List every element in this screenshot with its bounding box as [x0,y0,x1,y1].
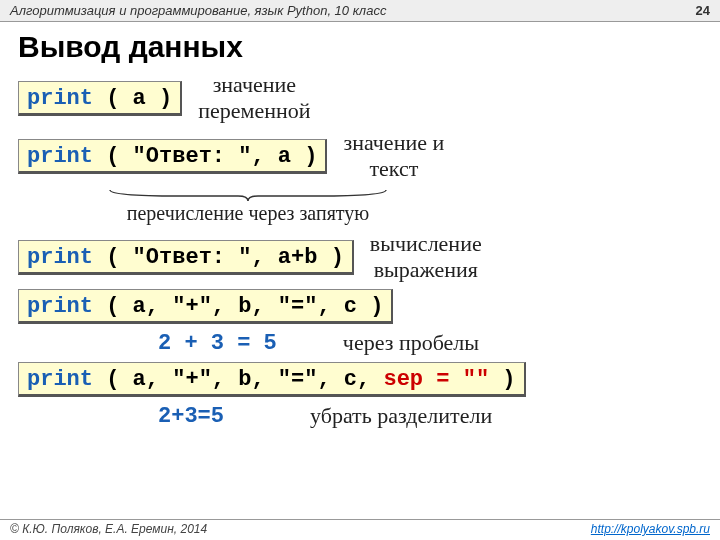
code-body-post: ) [489,367,515,392]
code-box-5: print ( a, "+", b, "=", c, sep = "" ) [18,362,526,397]
label-5: убрать разделители [310,403,492,429]
code-body: ( a ) [93,86,172,111]
brace-icon [108,188,388,202]
code-body: ( "Ответ: ", a ) [93,144,317,169]
keyword: print [27,294,93,319]
code-body: ( "Ответ: ", a+b ) [93,245,344,270]
example-1: print ( a ) значение переменной [18,72,702,124]
code-body-pre: ( a, "+", b, "=", c, [93,367,383,392]
example-5: print ( a, "+", b, "=", c, sep = "" ) [18,362,702,397]
example-5-result-row: 2+3=5 убрать разделители [18,403,702,429]
keyword: print [27,367,93,392]
slide-content: Вывод данных print ( a ) значение переме… [0,22,720,429]
keyword: print [27,144,93,169]
result-4: 2 + 3 = 5 [158,331,277,356]
slide-footer: © К.Ю. Поляков, Е.А. Еремин, 2014 http:/… [0,519,720,536]
label-4: через пробелы [343,330,479,356]
label-2: значение и текст [343,130,444,182]
keyword: print [27,86,93,111]
code-box-4: print ( a, "+", b, "=", c ) [18,289,393,324]
example-3: print ( "Ответ: ", a+b ) вычисление выра… [18,231,702,283]
example-4: print ( a, "+", b, "=", c ) [18,289,702,324]
example-4-result-row: 2 + 3 = 5 через пробелы [18,330,702,356]
source-url[interactable]: http://kpolyakov.spb.ru [591,522,710,536]
code-body: ( a, "+", b, "=", c ) [93,294,383,319]
label-3: вычисление выражения [370,231,482,283]
example-2: print ( "Ответ: ", a ) значение и текст [18,130,702,182]
copyright: © К.Ю. Поляков, Е.А. Еремин, 2014 [10,522,207,536]
course-title: Алгоритмизация и программирование, язык … [10,3,386,18]
page-number: 24 [696,3,710,18]
code-box-3: print ( "Ответ: ", a+b ) [18,240,354,275]
result-5: 2+3=5 [158,404,224,429]
label-1: значение переменной [198,72,310,124]
brace-text: перечисление через запятую [127,202,370,224]
keyword: print [27,245,93,270]
page-title: Вывод данных [18,30,702,64]
code-box-2: print ( "Ответ: ", a ) [18,139,327,174]
slide-header: Алгоритмизация и программирование, язык … [0,0,720,22]
brace-annotation: перечисление через запятую [78,188,418,225]
sep-arg: sep = "" [383,367,489,392]
code-box-1: print ( a ) [18,81,182,116]
